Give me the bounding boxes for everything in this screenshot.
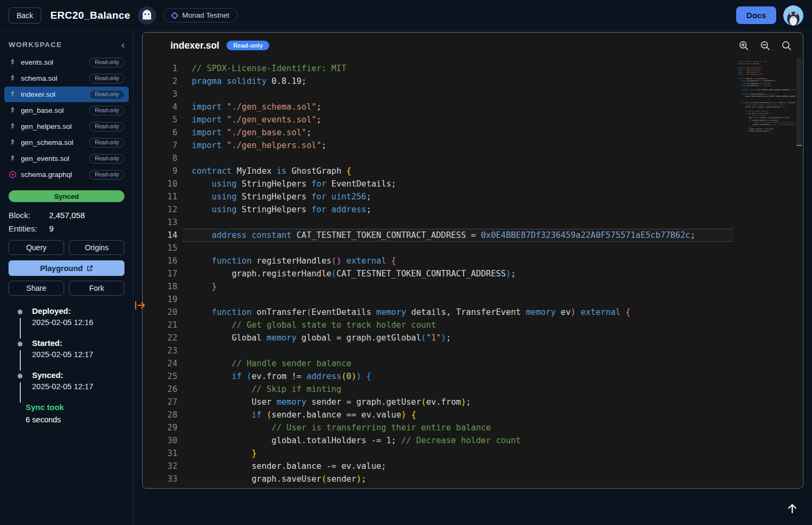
stat-row: Entities:9 [0,222,133,235]
readonly-badge: Read-only [89,154,124,164]
code-area: 1// SPDX-License-Identifier: MIT2pragma … [143,58,803,485]
playground-button[interactable]: Playground [9,260,124,276]
code-line: 5import "./gen_events.sol"; [143,113,803,126]
sync-took: Sync took 6 seconds [26,403,133,424]
file-item-indexer.sol[interactable]: indexer.solRead-only [4,87,129,102]
code-line: 12 using StringHelpers for address; [143,203,803,216]
docs-button[interactable]: Docs [736,6,776,24]
code-line: 30 global.totalHolders -= 1; // Decrease… [143,434,803,447]
solidity-icon [9,58,17,66]
search-icon[interactable] [781,40,792,51]
origins-button[interactable]: Origins [69,240,124,255]
code-line: 2pragma solidity 0.8.19; [143,75,803,88]
file-name: indexer.sol [21,90,56,98]
share-button[interactable]: Share [9,281,64,296]
code-line: 4import "./gen_schema.sol"; [143,101,803,113]
sync-status-pill: Synced [9,190,124,202]
code-line: 8 [143,152,803,165]
code-line: 17 graph.registerHandle(CAT_TESTNET_TOKE… [143,267,803,280]
monad-diamond-icon [171,11,178,19]
code-line: 1// SPDX-License-Identifier: MIT [143,62,803,75]
file-item-gen_helpers.sol[interactable]: gen_helpers.solRead-only [4,119,129,134]
timeline: Deployed:2025-02-05 12:16Started:2025-02… [18,306,133,391]
external-link-icon [87,265,93,272]
solidity-icon [9,138,17,146]
code-line: 18 } [143,280,803,293]
file-name: gen_helpers.sol [21,122,72,130]
avatar[interactable] [783,5,803,26]
file-name: gen_schema.sol [21,138,73,146]
code-line: 24 // Handle sender balance [143,357,803,370]
network-badge[interactable]: Monad Testnet [163,8,238,22]
code-line: 22 Global memory global = graph.getGloba… [143,331,803,344]
readonly-badge: Read-only [89,122,124,132]
collapse-sidebar-icon[interactable]: ‹ [121,42,126,48]
network-badge-label: Monad Testnet [182,11,229,19]
file-item-gen_schema.sol[interactable]: gen_schema.solRead-only [4,135,129,150]
topbar: Back ERC20_Balance Monad Testnet Docs [0,0,812,31]
query-button[interactable]: Query [9,240,64,255]
code-line: 10 using StringHelpers for EventDetails; [143,177,803,190]
code-line: 27 User memory sender = graph.getUser(ev… [143,396,803,408]
code-line: 32 sender.balance -= ev.value; [143,460,803,473]
code-line: 11 using StringHelpers for uint256; [143,190,803,203]
file-name: schema.graphql [21,171,72,179]
sync-took-label: Sync took [26,403,133,412]
readonly-badge: Read-only [89,58,124,67]
file-list: events.solRead-onlyschema.solRead-onlyin… [0,55,133,182]
code-line: 14 address constant CAT_TESTNET_TOKEN_CO… [143,229,803,242]
solidity-icon [9,122,17,130]
sidebar: WORKSPACE ‹ events.solRead-onlyschema.so… [0,31,134,525]
file-name: schema.sol [21,74,57,82]
solidity-icon [9,90,17,98]
panel-resize-handle-icon[interactable] [134,299,146,311]
solidity-icon [9,74,17,82]
timeline-item: Deployed:2025-02-05 12:16 [18,306,133,327]
zoom-out-icon[interactable] [760,40,771,51]
code-line: 3 [143,88,803,101]
code-line: 25 if (ev.from != address(0)) { [143,370,803,383]
timeline-item: Synced:2025-02-05 12:17 [18,370,133,391]
readonly-badge: Read-only [89,74,124,83]
file-item-schema.sol[interactable]: schema.solRead-only [4,71,129,86]
back-button[interactable]: Back [9,7,41,24]
readonly-badge: Read-only [89,90,124,99]
code-line: 20 function onTransfer(EventDetails memo… [143,306,803,319]
playground-button-label: Playground [40,264,83,273]
fork-button[interactable]: Fork [69,281,124,296]
file-item-gen_base.sol[interactable]: gen_base.solRead-only [4,103,129,118]
code-line: 6import "./gen_base.sol"; [143,126,803,139]
solidity-icon [9,106,17,114]
file-item-gen_events.sol[interactable]: gen_events.solRead-only [4,151,129,166]
scroll-to-top-button[interactable] [783,500,801,518]
code-line: 7import "./gen_helpers.sol"; [143,139,803,152]
code-lines: 1// SPDX-License-Identifier: MIT2pragma … [143,62,803,485]
file-item-schema.graphql[interactable]: schema.graphqlRead-only [4,167,129,182]
code-line: 9contract MyIndex is GhostGraph { [143,165,803,177]
code-line: 19 [143,293,803,306]
page-title: ERC20_Balance [50,10,130,21]
code-line: 21 // Get global state to track holder c… [143,319,803,331]
readonly-badge: Read-only [89,170,124,180]
stat-row: Block:2,457,058 [0,209,133,222]
graphql-icon [9,171,17,179]
minimap[interactable]: // SPDX-License-Identifier: MITpragma so… [738,60,795,134]
code-line: 28 if (sender.balance == ev.value) { [143,408,803,421]
file-name: gen_events.sol [21,155,69,163]
editor-filename: indexer.sol [170,40,219,51]
file-item-events.sol[interactable]: events.solRead-only [4,55,129,70]
sync-took-value: 6 seconds [26,415,133,424]
code-line: 15 [143,242,803,254]
editor-scrollbar[interactable] [797,58,802,146]
timeline-item: Started:2025-02-05 12:17 [18,338,133,359]
code-line: 23 [143,344,803,357]
zoom-in-icon[interactable] [738,40,749,51]
code-line: 13 [143,216,803,229]
minimap-content: // SPDX-License-Identifier: MITpragma so… [738,60,795,132]
code-editor: indexer.sol Read-only 1// SPDX-License-I… [142,32,803,489]
editor-header: indexer.sol Read-only [143,33,803,58]
code-line: 16 function registerHandles() external { [143,254,803,267]
file-name: events.sol [21,58,53,66]
code-line: 31 } [143,447,803,460]
code-line: 29 // User is transferring their entire … [143,421,803,434]
